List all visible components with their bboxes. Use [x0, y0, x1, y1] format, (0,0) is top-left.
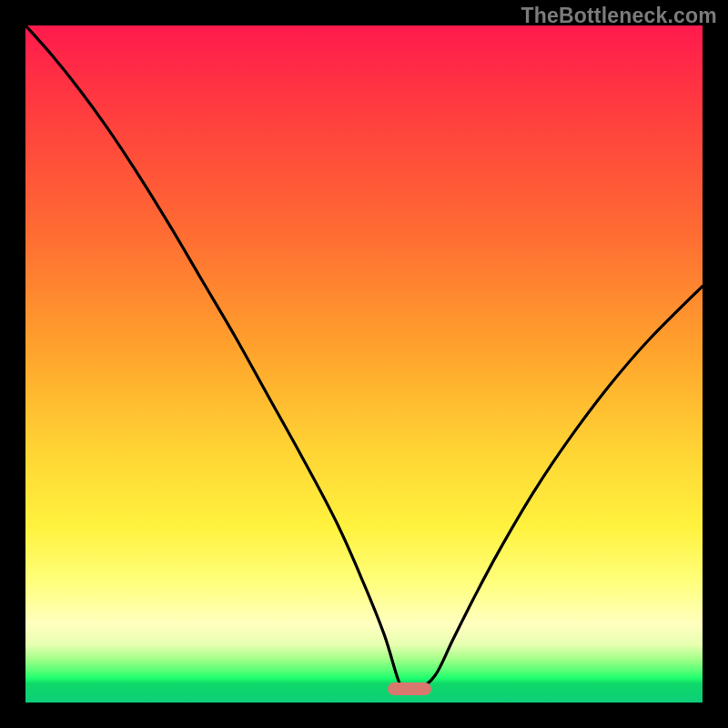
chart-frame: TheBottleneck.com [0, 0, 728, 728]
optimal-marker [388, 682, 431, 695]
bottleneck-curve [25, 25, 703, 703]
watermark-label: TheBottleneck.com [521, 4, 717, 28]
plot-area [25, 25, 703, 703]
